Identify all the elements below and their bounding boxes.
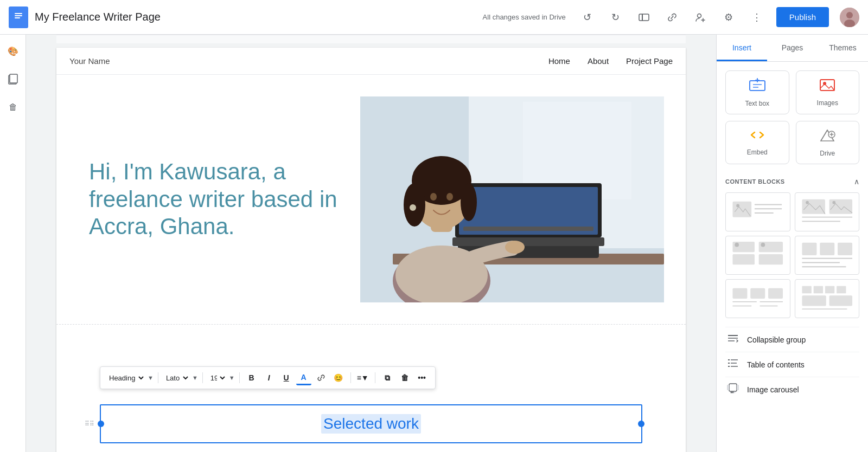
- selected-text[interactable]: Selected work: [321, 414, 421, 434]
- collapse-content-blocks[interactable]: ∧: [854, 177, 859, 186]
- text-color-button[interactable]: A: [296, 370, 311, 385]
- svg-point-6: [697, 14, 701, 17]
- svg-rect-37: [820, 80, 834, 91]
- content-blocks-title: CONTENT BLOCKS: [725, 178, 785, 185]
- svg-rect-88: [737, 385, 739, 390]
- resize-handle-right[interactable]: [638, 421, 644, 427]
- drag-handle[interactable]: ⠿⠿: [85, 420, 94, 428]
- add-person-button[interactable]: [690, 7, 711, 28]
- more-options-button[interactable]: ⋮: [746, 7, 768, 28]
- underline-button[interactable]: U: [279, 370, 294, 385]
- hero-image[interactable]: [360, 96, 664, 302]
- undo-button[interactable]: ↺: [577, 7, 598, 28]
- svg-rect-65: [768, 288, 783, 299]
- topbar: My Freelance Writer Page All changes sav…: [0, 0, 868, 35]
- hero-text[interactable]: Hi, I'm Kawusara, a freelance writer bas…: [89, 158, 339, 240]
- svg-rect-59: [838, 243, 852, 255]
- svg-rect-70: [802, 286, 811, 294]
- nav-home[interactable]: Home: [548, 56, 570, 66]
- svg-point-47: [806, 201, 809, 204]
- toc-label: Table of contents: [747, 360, 805, 369]
- block-thumb-2[interactable]: [795, 192, 860, 231]
- svg-rect-72: [825, 286, 834, 294]
- tab-themes[interactable]: Themes: [818, 35, 868, 61]
- insert-images[interactable]: Images: [796, 70, 860, 114]
- publish-button[interactable]: Publish: [776, 7, 829, 27]
- svg-rect-1: [15, 13, 22, 14]
- toc-item[interactable]: Table of contents: [725, 352, 859, 377]
- svg-rect-4: [639, 14, 649, 21]
- size-arrow: ▼: [229, 374, 235, 381]
- svg-point-56: [761, 243, 765, 247]
- copy-button[interactable]: ⧉: [380, 370, 395, 385]
- right-panel: Insert Pages Themes Text bo: [716, 35, 868, 452]
- saved-status: All changes saved in Drive: [483, 13, 566, 21]
- embed-label: Embed: [747, 148, 768, 156]
- delete-button[interactable]: 🗑: [3, 98, 23, 117]
- link-format-button[interactable]: [314, 370, 329, 385]
- insert-embed[interactable]: Embed: [725, 121, 789, 164]
- right-panel-tabs: Insert Pages Themes: [717, 35, 868, 62]
- block-thumb-5[interactable]: [725, 279, 790, 318]
- block-thumb-6[interactable]: [795, 279, 860, 318]
- doc-icon: [9, 7, 28, 28]
- text-toolbar: Heading ▼ Lato ▼ 19 ▼ B I U A: [100, 366, 436, 389]
- preview-button[interactable]: [633, 7, 655, 28]
- redo-button[interactable]: ↻: [605, 7, 627, 28]
- bold-button[interactable]: B: [244, 370, 259, 385]
- svg-rect-3: [15, 17, 20, 18]
- toolbar-divider-1: [158, 372, 158, 383]
- svg-point-30: [430, 193, 437, 201]
- toc-icon: [725, 358, 741, 371]
- settings-button[interactable]: ⚙: [718, 7, 739, 28]
- svg-point-53: [735, 243, 739, 247]
- more-format-button[interactable]: •••: [414, 370, 430, 385]
- link-button[interactable]: [661, 7, 683, 28]
- align-button[interactable]: ≡▼: [355, 370, 371, 385]
- pages-button[interactable]: [3, 69, 23, 89]
- svg-point-41: [736, 204, 739, 208]
- svg-rect-45: [802, 199, 825, 214]
- carousel-item[interactable]: Image carousel: [725, 377, 859, 402]
- emoji-button[interactable]: 😊: [331, 370, 346, 385]
- svg-rect-12: [56, 35, 686, 43]
- palette-button[interactable]: 🎨: [3, 41, 23, 61]
- svg-rect-74: [802, 295, 826, 306]
- page-canvas: Your Name Home About Project Page Hi, I'…: [56, 48, 686, 452]
- block-thumb-3[interactable]: [725, 236, 790, 275]
- collapsible-group-item[interactable]: Collapsible group: [725, 327, 859, 352]
- insert-text-box[interactable]: Text box: [725, 70, 789, 114]
- user-avatar[interactable]: [840, 8, 859, 27]
- svg-point-89: [731, 392, 732, 393]
- carousel-icon: [725, 383, 741, 396]
- block-thumb-1[interactable]: [725, 192, 790, 231]
- svg-rect-52: [732, 254, 755, 264]
- style-selector[interactable]: Heading: [106, 371, 145, 385]
- doc-title: My Freelance Writer Page: [35, 11, 161, 23]
- toolbar-divider-2: [202, 372, 203, 383]
- tab-pages[interactable]: Pages: [767, 35, 818, 61]
- font-selector[interactable]: Lato: [163, 371, 190, 385]
- italic-button[interactable]: I: [261, 370, 277, 385]
- insert-drive[interactable]: Drive: [796, 121, 860, 164]
- block-thumb-4[interactable]: [795, 236, 860, 275]
- svg-rect-71: [813, 286, 822, 294]
- svg-point-91: [734, 392, 736, 393]
- selected-text-block[interactable]: ⠿⠿ Selected work: [100, 404, 642, 443]
- toolbar-divider-5: [375, 372, 375, 383]
- resize-handle-left[interactable]: [98, 421, 104, 427]
- delete-block-button[interactable]: 🗑: [397, 370, 412, 385]
- tab-insert[interactable]: Insert: [717, 35, 767, 61]
- svg-rect-63: [732, 288, 747, 299]
- size-selector[interactable]: 19: [207, 371, 227, 385]
- svg-point-90: [732, 392, 734, 393]
- svg-point-8: [846, 12, 853, 18]
- svg-point-29: [461, 183, 477, 221]
- font-arrow: ▼: [192, 374, 198, 381]
- nav-about[interactable]: About: [588, 56, 609, 66]
- svg-rect-58: [820, 243, 834, 255]
- svg-rect-55: [759, 254, 783, 264]
- blocks-grid: [725, 192, 859, 318]
- nav-project[interactable]: Project Page: [626, 56, 673, 66]
- svg-rect-19: [452, 237, 604, 246]
